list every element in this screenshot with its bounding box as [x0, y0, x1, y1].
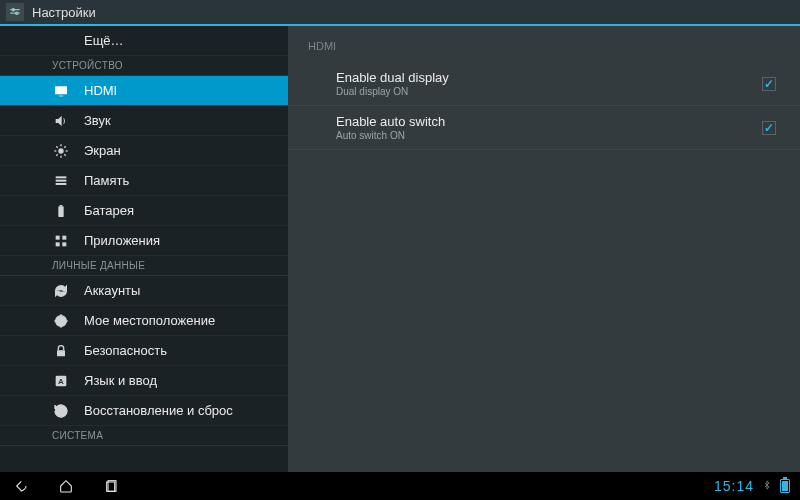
checkbox-auto-switch[interactable]: [762, 121, 776, 135]
sidebar-item-label: Память: [84, 173, 129, 188]
svg-line-11: [56, 146, 57, 147]
speaker-icon: [52, 112, 70, 130]
setting-subtitle: Dual display ON: [336, 86, 762, 97]
sidebar-item-sound[interactable]: Звук: [0, 106, 288, 136]
system-navbar: 15:14: [0, 472, 800, 500]
titlebar-title: Настройки: [32, 5, 96, 20]
sidebar-section-system: СИСТЕМА: [0, 426, 288, 446]
svg-line-13: [56, 154, 57, 155]
sidebar-item-more[interactable]: Ещё…: [0, 26, 288, 56]
svg-rect-21: [62, 235, 66, 239]
sidebar-item-reset[interactable]: Восстановление и сброс: [0, 396, 288, 426]
svg-rect-18: [58, 206, 63, 217]
home-button[interactable]: [56, 476, 76, 496]
svg-rect-16: [56, 179, 67, 181]
sidebar-item-label: Батарея: [84, 203, 134, 218]
svg-rect-15: [56, 176, 67, 178]
backup-icon: [52, 402, 70, 420]
main-panel: HDMI Enable dual display Dual display ON…: [288, 26, 800, 472]
sidebar-item-accounts[interactable]: Аккаунты: [0, 276, 288, 306]
sidebar-item-memory[interactable]: Память: [0, 166, 288, 196]
main-header: HDMI: [288, 26, 800, 62]
battery-icon: [52, 202, 70, 220]
svg-point-25: [56, 315, 67, 326]
sidebar-item-label: Звук: [84, 113, 111, 128]
apps-icon: [52, 232, 70, 250]
lock-icon: [52, 342, 70, 360]
display-icon: [52, 82, 70, 100]
brightness-icon: [52, 142, 70, 160]
language-icon: A: [52, 372, 70, 390]
sidebar-item-label: Аккаунты: [84, 283, 140, 298]
sidebar-item-label: Безопасность: [84, 343, 167, 358]
sidebar-item-location[interactable]: Мое местоположение: [0, 306, 288, 336]
sidebar-item-label: Мое местоположение: [84, 313, 215, 328]
svg-rect-4: [55, 86, 67, 94]
setting-dual-display[interactable]: Enable dual display Dual display ON: [288, 62, 800, 106]
svg-text:A: A: [58, 377, 64, 386]
sidebar-item-label: Ещё…: [84, 33, 124, 48]
svg-rect-17: [56, 183, 67, 185]
titlebar: Настройки: [0, 0, 800, 26]
svg-rect-22: [56, 242, 60, 246]
sidebar-item-security[interactable]: Безопасность: [0, 336, 288, 366]
sidebar-item-label: HDMI: [84, 83, 117, 98]
sidebar-item-label: Язык и ввод: [84, 373, 157, 388]
sidebar-item-apps[interactable]: Приложения: [0, 226, 288, 256]
sidebar-section-personal: ЛИЧНЫЕ ДАННЫЕ: [0, 256, 288, 276]
sidebar-section-device: УСТРОЙСТВО: [0, 56, 288, 76]
back-button[interactable]: [10, 476, 30, 496]
sidebar-item-label: Восстановление и сброс: [84, 403, 233, 418]
setting-title: Enable auto switch: [336, 114, 762, 129]
svg-rect-20: [56, 235, 60, 239]
setting-subtitle: Auto switch ON: [336, 130, 762, 141]
sidebar-item-label: Приложения: [84, 233, 160, 248]
svg-rect-19: [60, 205, 63, 206]
sidebar-item-screen[interactable]: Экран: [0, 136, 288, 166]
setting-auto-switch[interactable]: Enable auto switch Auto switch ON: [288, 106, 800, 150]
storage-icon: [52, 172, 70, 190]
svg-rect-30: [57, 350, 65, 356]
svg-line-14: [64, 146, 65, 147]
location-icon: [52, 312, 70, 330]
status-clock[interactable]: 15:14: [714, 478, 754, 494]
sync-icon: [52, 282, 70, 300]
sidebar-item-battery[interactable]: Батарея: [0, 196, 288, 226]
svg-rect-5: [59, 95, 63, 96]
svg-rect-23: [62, 242, 66, 246]
sidebar-item-label: Экран: [84, 143, 121, 158]
settings-app-icon: [6, 3, 24, 21]
svg-point-6: [58, 148, 63, 153]
sidebar-item-hdmi[interactable]: HDMI: [0, 76, 288, 106]
battery-status-icon: [780, 479, 790, 493]
setting-title: Enable dual display: [336, 70, 762, 85]
sidebar-item-lang[interactable]: A Язык и ввод: [0, 366, 288, 396]
bluetooth-icon: [762, 478, 772, 495]
settings-sidebar[interactable]: Ещё… УСТРОЙСТВО HDMI Звук Экран Память Б…: [0, 26, 288, 472]
svg-line-12: [64, 154, 65, 155]
recents-button[interactable]: [102, 476, 122, 496]
checkbox-dual-display[interactable]: [762, 77, 776, 91]
